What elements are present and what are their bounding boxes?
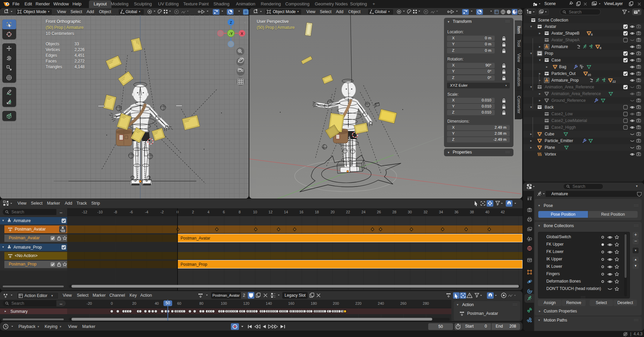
- svg-text:-Y: -Y: [229, 32, 233, 36]
- svg-text:Z: Z: [230, 20, 232, 25]
- svg-text:X: X: [241, 32, 243, 36]
